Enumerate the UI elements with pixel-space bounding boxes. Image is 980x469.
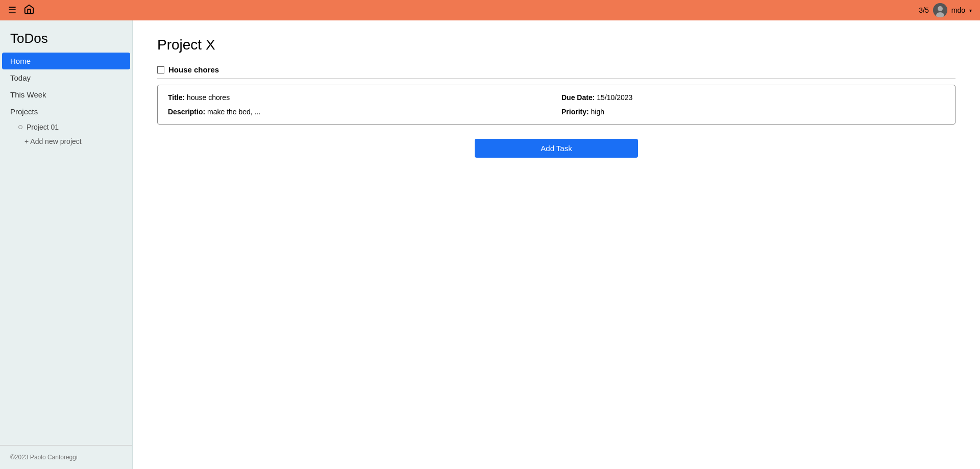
bullet-icon [18, 125, 22, 129]
hamburger-icon[interactable]: ☰ [8, 6, 16, 15]
sidebar-footer: ©2023 Paolo Cantoreggi [0, 445, 132, 469]
navbar-left: ☰ [8, 4, 35, 17]
title-label: Title: [168, 93, 185, 102]
sidebar-item-project01[interactable]: Project 01 [0, 120, 132, 134]
navbar-right: 3/5 mdo ▾ [919, 3, 972, 17]
add-task-button[interactable]: Add Task [475, 139, 638, 158]
description-value: make the bed, ... [207, 108, 260, 116]
project01-label: Project 01 [27, 123, 59, 131]
main-layout: ToDos Home Today This Week Projects Proj… [0, 20, 980, 469]
task-label: House chores [168, 65, 219, 74]
avatar [933, 3, 947, 17]
duedate-value: 15/10/2023 [597, 93, 632, 102]
task-detail-card: Title: house chores Due Date: 15/10/2023… [157, 85, 955, 125]
sidebar: ToDos Home Today This Week Projects Proj… [0, 20, 133, 469]
svg-point-1 [938, 6, 943, 11]
task-divider [157, 78, 955, 79]
sidebar-item-thisweek[interactable]: This Week [0, 86, 132, 103]
task-title-row: Title: house chores [168, 93, 551, 102]
priority-label: Priority: [561, 108, 589, 116]
sidebar-item-today[interactable]: Today [0, 69, 132, 86]
page-title: Project X [157, 37, 955, 53]
sidebar-nav: Home Today This Week Projects Project 01… [0, 53, 132, 445]
duedate-label: Due Date: [561, 93, 595, 102]
content-area: Project X House chores Title: house chor… [133, 20, 980, 469]
task-count: 3/5 [919, 6, 928, 14]
add-new-project-button[interactable]: + Add new project [0, 134, 132, 149]
sidebar-item-projects[interactable]: Projects [0, 103, 132, 120]
task-priority-row: Priority: high [561, 108, 945, 116]
navbar: ☰ 3/5 mdo ▾ [0, 0, 980, 20]
task-checkbox[interactable] [157, 66, 164, 73]
task-duedate-row: Due Date: 15/10/2023 [561, 93, 945, 102]
sidebar-title: ToDos [0, 20, 132, 53]
home-nav-icon[interactable] [23, 4, 35, 17]
chevron-down-icon: ▾ [969, 8, 972, 13]
title-value: house chores [187, 93, 230, 102]
task-description-row: Descriptio: make the bed, ... [168, 108, 551, 116]
task-item: House chores [157, 65, 955, 74]
sidebar-item-home[interactable]: Home [2, 53, 130, 69]
priority-value: high [591, 108, 604, 116]
username-label[interactable]: mdo [951, 6, 965, 14]
description-label: Descriptio: [168, 108, 205, 116]
